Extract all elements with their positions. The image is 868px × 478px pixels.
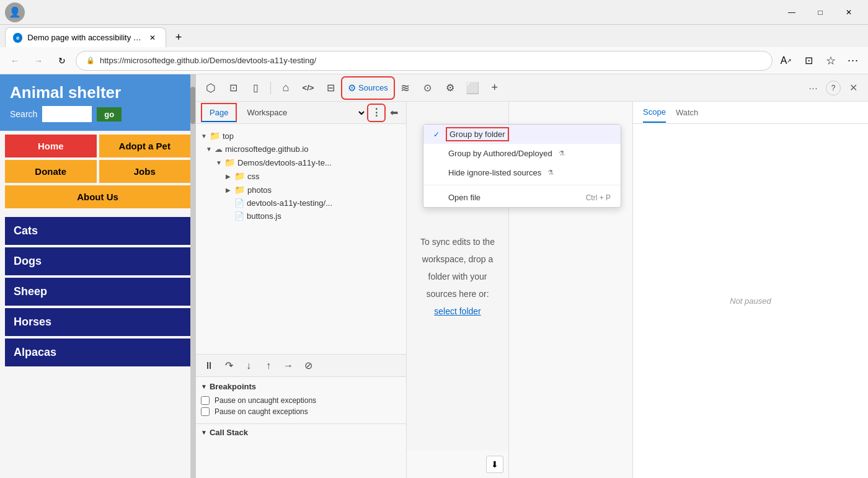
favorites-button[interactable]: ☆	[821, 51, 841, 71]
menu-group-authored[interactable]: Group by Authored/Deployed ⚗	[423, 144, 621, 163]
debugger-pause-btn[interactable]: ⏸	[201, 358, 217, 374]
dt-storage-btn[interactable]: ⬜	[463, 78, 482, 98]
tree-label-css: css	[247, 172, 260, 181]
dt-elements-btn[interactable]: </>	[298, 78, 318, 98]
webpage-title: Animal shelter	[10, 83, 185, 102]
dt-inspect-btn[interactable]: ⬡	[201, 78, 221, 98]
nav-adopt[interactable]: Adopt a Pet	[99, 135, 191, 157]
nav-home[interactable]: Home	[5, 135, 97, 157]
dt-memory-btn[interactable]: ⚙	[440, 78, 460, 98]
browser-tab-active[interactable]: e Demo page with accessibility issu ✕	[5, 27, 166, 47]
menu-hide-ignore[interactable]: Hide ignore-listed sources ⚗	[423, 163, 621, 182]
webpage-scrollbar[interactable]	[190, 74, 195, 478]
folder-icon-top: 📁	[210, 131, 220, 141]
folder-icon-css: 📁	[234, 171, 245, 181]
file-icon-js: 📄	[234, 211, 244, 221]
sources-workspace-dropdown[interactable]	[354, 108, 366, 118]
tree-item-buttons[interactable]: ▶ 📄 buttons.js	[196, 210, 406, 223]
workspace-message-text: To sync edits to the workspace, drop a f…	[419, 233, 496, 320]
split-view-button[interactable]: ⊡	[799, 51, 818, 71]
webpage-scrollbar-thumb[interactable]	[190, 87, 195, 124]
address-bar: ← → ↻ 🔒 https://microsoftedge.github.io/…	[0, 47, 868, 74]
address-input[interactable]: 🔒 https://microsoftedge.github.io/Demos/…	[76, 51, 773, 71]
pause-uncaught-check[interactable]: Pause on uncaught exceptions	[201, 396, 401, 405]
nav-donate[interactable]: Donate	[5, 160, 97, 183]
profile-avatar[interactable]: 👤	[5, 2, 25, 22]
animal-sheep[interactable]: Sheep	[5, 278, 190, 306]
sources-back-btn[interactable]: ⬅	[386, 105, 401, 120]
tree-item-photos[interactable]: ▶ 📁 photos	[196, 183, 406, 197]
tree-item-demos[interactable]: ▼ 📁 Demos/devtools-a11y-te...	[196, 156, 406, 169]
select-folder-link[interactable]: select folder	[434, 306, 480, 316]
animal-cats[interactable]: Cats	[5, 217, 190, 245]
dt-help-button[interactable]: ?	[826, 81, 841, 95]
back-button[interactable]: ←	[5, 51, 25, 71]
main-area: Animal shelter Search go Home Adopt a Pe…	[0, 74, 868, 478]
webpage-header: Animal shelter Search go	[0, 74, 195, 131]
webpage-search-input[interactable]	[42, 106, 92, 122]
webpage-nav: Home Adopt a Pet Donate Jobs About Us	[0, 131, 195, 212]
read-aloud-button[interactable]: A↗	[776, 51, 796, 71]
sources-page-tab[interactable]: Page	[201, 103, 237, 122]
sources-workspace-tab[interactable]: Workspace	[239, 104, 294, 121]
new-tab-button[interactable]: +	[169, 27, 188, 47]
scope-panel: Scope Watch Not paused	[632, 102, 868, 478]
animal-alpacas[interactable]: Alpacas	[5, 339, 190, 366]
callstack-header: ▼ Call Stack	[196, 423, 406, 441]
breakpoints-header: ▼ Breakpoints	[201, 382, 401, 391]
debugger-step-over-btn[interactable]: ↷	[221, 358, 237, 374]
webpage-go-button[interactable]: go	[97, 107, 122, 122]
debugger-step-next-btn[interactable]: →	[280, 358, 296, 374]
debugger-step-out-btn[interactable]: ↑	[260, 358, 277, 374]
folder-icon-photos: 📁	[234, 185, 245, 195]
sources-tab-controls: ⋮ ⬅	[354, 105, 401, 120]
dt-device-btn[interactable]: ⊡	[223, 78, 243, 98]
dt-toggle-btn[interactable]: ▯	[246, 78, 265, 98]
watch-tab[interactable]: Watch	[676, 103, 698, 122]
nav-jobs[interactable]: Jobs	[99, 160, 191, 183]
lock-icon: 🔒	[86, 56, 95, 64]
tree-arrow-demos: ▼	[216, 159, 222, 166]
menu-open-file[interactable]: Open file Ctrl + P	[423, 188, 621, 207]
menu-open-file-shortcut: Ctrl + P	[586, 193, 611, 202]
dt-performance-btn[interactable]: ⊙	[418, 78, 438, 98]
tree-label-github: microsoftedge.github.io	[225, 144, 308, 154]
pause-caught-check[interactable]: Pause on caught exceptions	[201, 407, 401, 416]
scope-tab[interactable]: Scope	[643, 102, 666, 123]
tab-close-button[interactable]: ✕	[148, 32, 158, 43]
tree-item-top[interactable]: ▼ 📁 top	[196, 129, 406, 143]
dt-more-button[interactable]: ···	[804, 78, 823, 98]
dt-sources-btn[interactable]: ⚙ Page Sources	[343, 78, 393, 98]
tree-arrow-css: ▶	[226, 173, 232, 180]
nav-about[interactable]: About Us	[5, 185, 190, 208]
pause-uncaught-checkbox[interactable]	[201, 396, 210, 405]
tab-favicon: e	[13, 33, 22, 43]
sidebar-scroll-content: ▼ 📁 top ▼ ☁ microsoftedge.github.io	[196, 124, 406, 354]
menu-group-by-folder[interactable]: ✓ Group by folder	[423, 125, 621, 144]
sources-more-options-btn[interactable]: ⋮	[369, 105, 384, 120]
pause-caught-checkbox[interactable]	[201, 407, 210, 416]
callstack-arrow: ▼	[201, 429, 207, 436]
tree-item-css[interactable]: ▶ 📁 css	[196, 169, 406, 183]
tree-item-html[interactable]: ▶ 📄 devtools-a11y-testing/...	[196, 197, 406, 210]
minimize-button[interactable]: —	[777, 0, 806, 25]
dt-console-btn[interactable]: ⊟	[321, 78, 340, 98]
debugger-step-into-btn[interactable]: ↓	[241, 358, 257, 374]
dt-close-button[interactable]: ✕	[843, 78, 863, 98]
pause-uncaught-label: Pause on uncaught exceptions	[215, 396, 316, 405]
dt-home-btn[interactable]: ⌂	[276, 78, 296, 98]
forward-button[interactable]: →	[29, 51, 48, 71]
dt-add-tab-btn[interactable]: +	[485, 78, 505, 98]
tree-item-github[interactable]: ▼ ☁ microsoftedge.github.io	[196, 143, 406, 156]
browser-more-button[interactable]: ···	[843, 51, 863, 71]
debugger-deactivate-btn[interactable]: ⊘	[300, 358, 316, 374]
animal-horses[interactable]: Horses	[5, 308, 190, 336]
sidebar-scroll-container: ▼ 📁 top ▼ ☁ microsoftedge.github.io	[196, 124, 406, 354]
close-button[interactable]: ✕	[835, 0, 863, 25]
animal-dogs[interactable]: Dogs	[5, 247, 190, 275]
refresh-button[interactable]: ↻	[52, 51, 72, 71]
dt-network-btn[interactable]: ≋	[396, 78, 415, 98]
scope-tabs: Scope Watch	[633, 102, 868, 124]
download-icon[interactable]: ⬇	[486, 456, 503, 473]
maximize-button[interactable]: □	[806, 0, 835, 25]
